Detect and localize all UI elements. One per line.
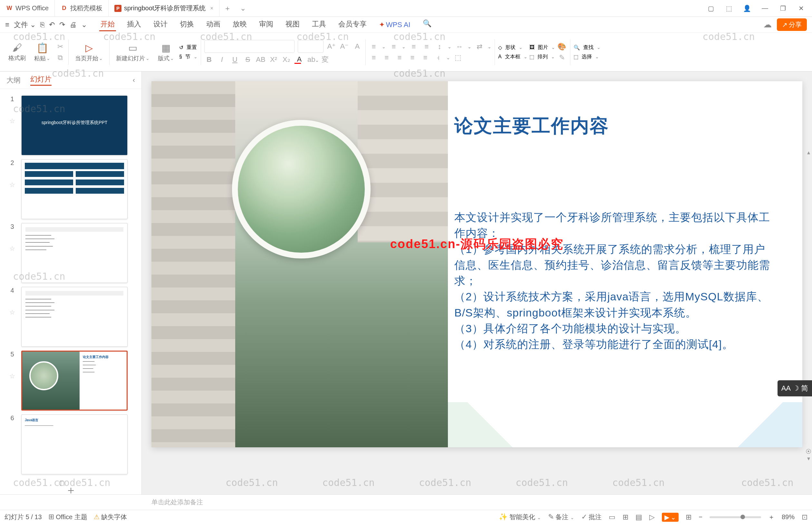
line-spacing-icon[interactable]: ↕ <box>435 43 444 51</box>
theme-indicator[interactable]: ⊞ Office 主题 <box>48 513 87 521</box>
copy-icon[interactable]: ⧉ <box>55 53 65 62</box>
paste-group[interactable]: 📋 粘贴⌄ <box>31 42 53 62</box>
reading-view-icon[interactable]: ▤ <box>635 513 642 521</box>
align-left-icon[interactable]: ≡ <box>369 53 379 62</box>
font-size-select[interactable] <box>298 40 324 53</box>
distribute-icon[interactable]: ≡ <box>420 53 430 62</box>
add-slide-button[interactable]: ＋ <box>0 476 142 494</box>
select-button[interactable]: ⬚选择⌄ <box>574 53 601 60</box>
thumbnail-1[interactable]: 1☆ springboot牙科诊所管理系统PPT <box>0 94 142 157</box>
align-center-icon[interactable]: ≡ <box>382 53 392 62</box>
share-button[interactable]: ↗ 分享 <box>777 18 807 31</box>
bullets-icon[interactable]: ≡ <box>369 43 379 51</box>
slide-canvas[interactable]: 论文主要工作内容 本文设计并实现了一个牙科诊所管理系统，主要包括以下具体工作内容… <box>151 81 802 447</box>
notes-toggle[interactable]: ✎ 备注 ⌄ <box>548 513 574 521</box>
decrease-indent-icon[interactable]: ≡ <box>409 43 418 51</box>
tab-vip[interactable]: 会员专享 <box>337 18 368 31</box>
fill-color-icon[interactable]: 🎨 <box>557 43 567 51</box>
superscript-button[interactable]: X² <box>269 55 278 64</box>
vertical-scrollbar[interactable]: ▴ ⦿ ▾ <box>806 149 811 462</box>
font-family-select[interactable] <box>204 40 295 53</box>
thumbnail-4[interactable]: 4☆ ━━━━━━━━━━━━━━━━━━━━━━━━━━━━━━━━━━━━━… <box>0 285 142 349</box>
zoom-out-button[interactable]: − <box>699 513 702 521</box>
slide-title[interactable]: 论文主要工作内容 <box>454 113 773 138</box>
align-justify-icon[interactable]: ≡ <box>408 53 417 62</box>
tab-review[interactable]: 审阅 <box>258 18 275 31</box>
star-icon[interactable]: ☆ <box>9 372 15 380</box>
underline-button[interactable]: U <box>230 55 240 64</box>
slide-canvas-wrap[interactable]: 论文主要工作内容 本文设计并实现了一个牙科诊所管理系统，主要包括以下具体工作内容… <box>142 71 812 494</box>
play-slideshow-button[interactable]: ▶⌄ <box>662 513 679 522</box>
qat-more-icon[interactable]: ⌄ <box>81 21 87 29</box>
increase-indent-icon[interactable]: ≡ <box>422 43 431 51</box>
sorter-view-icon[interactable]: ⊞ <box>623 513 628 521</box>
tab-slideshow[interactable]: 放映 <box>231 18 248 31</box>
zoom-thumb[interactable] <box>741 515 745 519</box>
tab-view[interactable]: 视图 <box>284 18 301 31</box>
maximize-button[interactable]: ❐ <box>778 4 788 13</box>
scroll-next-icon[interactable]: ▾ <box>807 455 810 462</box>
tab-insert[interactable]: 插入 <box>126 18 143 31</box>
star-icon[interactable]: ☆ <box>9 117 15 125</box>
thumbnail-2[interactable]: 2☆ <box>0 157 142 221</box>
change-case-icon[interactable]: 変 <box>320 55 330 64</box>
collapse-panel-icon[interactable]: ‹ <box>133 76 135 84</box>
increase-font-icon[interactable]: A⁺ <box>327 42 336 51</box>
scroll-prev-icon[interactable]: ⦿ <box>806 448 811 455</box>
ribbon-search-icon[interactable]: 🔍 <box>421 18 433 31</box>
thumbnail-5[interactable]: 5☆ 论文主要工作内容━━━━━━━━━━━━━━━━━━━━━━━━━━━━━… <box>0 349 142 412</box>
smart-art-icon[interactable]: ⬚ <box>453 53 463 62</box>
star-icon[interactable]: ☆ <box>9 245 15 252</box>
thumbnail-6[interactable]: 6 Java语言━━━━━━━━━━━━━━━━━━━━━━ <box>0 412 142 476</box>
find-button[interactable]: 🔍查找⌄ <box>574 44 601 51</box>
notes-pane[interactable]: 单击此处添加备注 <box>0 494 812 510</box>
star-icon[interactable]: ☆ <box>9 308 15 316</box>
cut-icon[interactable]: ✂ <box>55 43 65 51</box>
new-slide-button[interactable]: ▭ 新建幻灯片⌄ <box>113 42 153 62</box>
bold-button[interactable]: B <box>204 55 214 64</box>
slideshow-view-icon[interactable]: ▷ <box>649 513 655 521</box>
section-button[interactable]: §节⌄ <box>179 53 198 60</box>
tab-animations[interactable]: 动画 <box>205 18 222 31</box>
picture-button[interactable]: 🖼图片⌄ <box>529 44 555 51</box>
outline-color-icon[interactable]: ✎ <box>557 53 567 62</box>
text-direction-icon[interactable]: ↔ <box>455 43 464 51</box>
tab-wps-home[interactable]: W WPS Office <box>0 0 55 16</box>
align-right-icon[interactable]: ≡ <box>395 53 404 62</box>
tab-docer-templates[interactable]: D 找稻壳模板 <box>55 0 109 16</box>
smart-beautify-button[interactable]: ✨ 智能美化 ⌄ <box>499 513 541 521</box>
accessibility-badge[interactable]: AA ☽ 简 <box>778 380 812 396</box>
user-avatar-icon[interactable]: 👤 <box>742 4 751 13</box>
arrange-button[interactable]: ⬚排列⌄ <box>529 53 555 60</box>
tab-wps-ai[interactable]: ✦WPS AI <box>378 18 412 31</box>
textbox-button[interactable]: A文本框⌄ <box>498 53 528 60</box>
strike-button[interactable]: S <box>243 55 253 64</box>
tab-close-icon[interactable]: × <box>210 5 213 11</box>
text-shadow-icon[interactable]: AB <box>256 55 266 64</box>
missing-font-warning[interactable]: ⚠ 缺失字体 <box>94 513 127 521</box>
normal-view-icon[interactable]: ▭ <box>609 513 615 521</box>
fit-to-window-icon[interactable]: ⊡ <box>802 513 808 521</box>
grid-view-icon[interactable]: ⊞ <box>686 513 692 521</box>
panel-toggle-icon[interactable]: ▢ <box>706 4 715 13</box>
qat-redo-icon[interactable]: ↷ <box>59 21 65 29</box>
shape-button[interactable]: ◇形状⌄ <box>498 44 528 51</box>
comments-toggle[interactable]: ✓ 批注 <box>581 513 602 521</box>
highlight-icon[interactable]: ab⌄ <box>308 55 317 64</box>
tab-design[interactable]: 设计 <box>152 18 169 31</box>
minimize-button[interactable]: — <box>760 4 769 13</box>
close-window-button[interactable]: ✕ <box>797 4 806 13</box>
qat-undo-icon[interactable]: ↶ <box>49 21 55 29</box>
qat-print-icon[interactable]: 🖨 <box>70 21 77 29</box>
tab-dropdown-icon[interactable]: ⌄ <box>235 4 250 13</box>
italic-button[interactable]: I <box>217 55 227 64</box>
thumbnail-3[interactable]: 3☆ ━━━━━━━━━━━━━━━━━━━━━━━━━━━━━━━━━━━━━… <box>0 221 142 285</box>
tab-transitions[interactable]: 切换 <box>179 18 195 31</box>
slides-tab[interactable]: 幻灯片 <box>30 75 52 86</box>
cloud-sync-icon[interactable]: ☁ <box>763 20 772 30</box>
slide-body[interactable]: 本文设计并实现了一个牙科诊所管理系统，主要包括以下具体工作内容： （1）参考国内… <box>454 210 773 353</box>
columns-icon[interactable]: ⇄ <box>475 43 484 51</box>
clear-format-icon[interactable]: A <box>352 42 362 51</box>
outline-tab[interactable]: 大纲 <box>6 76 21 85</box>
new-tab-button[interactable]: ＋ <box>219 3 235 13</box>
